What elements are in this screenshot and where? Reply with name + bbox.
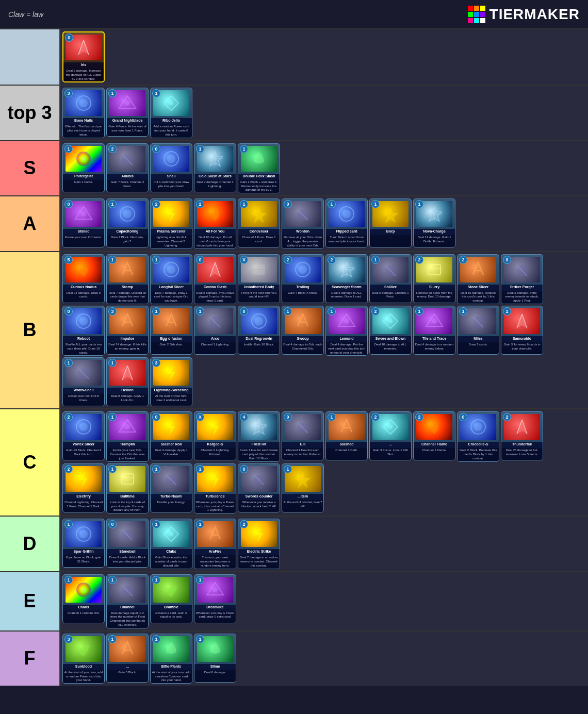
card[interactable]: 1 Borp ...	[369, 198, 412, 247]
svg-marker-24	[382, 207, 399, 223]
card-desc: Remove all Block from the enemy. Deal 10…	[414, 291, 455, 303]
card[interactable]: 2 Stone Slicer Deal 15 damage. Reduce th…	[457, 254, 499, 304]
card-desc: Gain 13 Block. Channel 1 Dark this turn.	[63, 448, 104, 460]
card[interactable]: 2 Electrify Channel Lightning. Channel 1…	[62, 463, 105, 512]
tier-label-F: F	[0, 632, 59, 686]
card[interactable]: 1 Bulltime Look at the top 4 cards of yo…	[106, 463, 149, 513]
svg-point-29	[167, 265, 175, 274]
tier-cards-B: 5 Curious Nodus Deal 24 damage. Draw 9 c…	[59, 252, 588, 409]
card[interactable]: 1 Spar-Griffin If you have no Block, gai…	[62, 519, 105, 568]
card[interactable]: 2 Trolling Gain 7 Block X times.	[282, 254, 324, 303]
svg-point-11	[167, 155, 175, 163]
card[interactable]: 1 Turbulence Whenever you play a Power c…	[194, 463, 236, 513]
card-cost: 1	[328, 307, 336, 316]
card[interactable]: 0 Wonton Remove all your Orbs. Gain 4...…	[282, 198, 324, 248]
card-name: Stomp	[107, 285, 148, 291]
card[interactable]: 2 Plasma Sorcerer Lightning now hits ALL…	[150, 198, 192, 248]
card[interactable]: 2 Anubis Gain 7 Block. Channel 2 Frost.	[106, 143, 149, 192]
card[interactable]: 0 Stoneball Draw 3 cards. Add a Block in…	[106, 519, 149, 568]
card[interactable]: 1 Ribo-Jello Add a random Power card int…	[150, 88, 192, 138]
card-name: Tile and Trace	[414, 336, 455, 342]
card[interactable]: 0 Slasher Roll Deal 3 damage. Apply 1 Vu…	[150, 411, 192, 460]
card[interactable]: 5 Curious Nodus Deal 24 damage. Draw 9 c…	[62, 254, 105, 303]
card[interactable]: 1 Tile and Trace Deal 4 damage to a rand…	[413, 306, 455, 355]
card[interactable]: 1 ... Gain 5 Block.	[106, 634, 149, 683]
card[interactable]: 1 Double Helix Slash Gain 1 Block + and …	[238, 143, 280, 193]
card-name: Capacitoring	[107, 229, 148, 235]
svg-rect-40	[428, 264, 440, 275]
card-name: Frost Hit	[238, 442, 280, 448]
card[interactable]: 2 Swore and Blown Deal 10 damage to ALL …	[369, 306, 412, 355]
card-cost: 1	[108, 635, 117, 643]
card[interactable]: 1 Grand Nightblade Gain 4 Force. At the …	[106, 88, 149, 137]
card[interactable]: 2 Thunderfall Deal 28 damage to ALL enem…	[501, 411, 543, 460]
card[interactable]: 2 Vortex Slicer Gain 13 Block. Channel 1…	[62, 411, 105, 460]
card[interactable]: 2 Scavenger Storm Deal 6 damage to ALL e…	[325, 254, 368, 303]
card[interactable]: 1 AraFire This turn, your next encounter…	[194, 519, 236, 569]
card[interactable]: 1 Hellion Deal 8 damage. Apply 1 Lock-On…	[106, 357, 149, 406]
card-cost: 1	[240, 145, 248, 153]
card-name: Turbulence	[194, 494, 236, 500]
card[interactable]: 1 Condenser Channel 1 Frost. Draw 1 card…	[238, 198, 280, 247]
card[interactable]: 2 All For You Deal 10 damage. Put all ov…	[194, 198, 236, 248]
card[interactable]: 1 Lemund Deal 4 damage. Put the next car…	[325, 306, 368, 356]
card[interactable]: 1 Swoop Deal 4 damage to Orb. each Chann…	[282, 306, 324, 355]
card[interactable]: 1 Bramble Exhaust a card. Gain X equal t…	[150, 574, 192, 623]
card[interactable]: X Unbothered Body Prevent the next time …	[238, 254, 280, 303]
card[interactable]: 1 Channel Deal damage equal to 2 times t…	[106, 574, 149, 628]
card[interactable]: 0 Stalled Evoke your next Orb twice.	[62, 198, 105, 247]
card-desc: Deal 6 damage to ALL enemies. Draw 1 car…	[326, 291, 367, 303]
header: Claw = law TiERMAKER	[0, 0, 588, 28]
card[interactable]: 0 Iris Deal 3 damage. Increase the damag…	[62, 31, 105, 82]
card[interactable]: 2 Slurry Remove all Block from the enemy…	[413, 254, 455, 303]
card[interactable]: X Karged-S Channel X Lightning. Exhaust.	[194, 411, 236, 460]
card[interactable]: 1 ...item At the end of combat, heal 7 H…	[282, 463, 324, 512]
card[interactable]: 1 Dreamlike Whenever you play a Power ca…	[194, 574, 236, 623]
card[interactable]: 1 Chaos Channel 1 random Orb.	[62, 574, 105, 623]
tier-row-B: B 5 Curious Nodus Deal 24 damage. Draw 9…	[0, 251, 588, 409]
card[interactable]: 3 Impulse Deal 24 damage. If this kills …	[106, 306, 149, 355]
card[interactable]: 1 Egg-o-fusion Gain 2 Orb slots.	[150, 306, 192, 355]
card[interactable]: 3 Lightning-Sorcering At the start of yo…	[150, 357, 192, 406]
card[interactable]: 1 Bifle-Plants At the start of your turn…	[150, 634, 192, 684]
card[interactable]: 0 Swords counter Whenever you receive a …	[238, 463, 280, 512]
card-cost: 1	[196, 520, 204, 528]
card[interactable]: 2 ... Gain 3 Focus. Lose 1 Orb Slot.	[369, 411, 412, 460]
card[interactable]: 1 Nova-Charge Deal 11 damage. Gain 1 Bot…	[413, 198, 455, 247]
card[interactable]: 0 Reboot Shuffle ALL your cards into you…	[62, 306, 105, 356]
card[interactable]: 1 Longfall Slicer Deal 7 damage. Draw 1 …	[150, 254, 192, 304]
card[interactable]: 3 Sunblood At the start of your turn, ad…	[62, 634, 105, 684]
card-cost: 2	[64, 465, 73, 473]
card[interactable]: 0 Combo Slash Deal 5 damage. If you have…	[194, 254, 236, 304]
card[interactable]: 1 Flipped card Turn: Return a card from …	[325, 198, 368, 247]
card[interactable]: 1 Slashed Channel 1 Dark.	[325, 411, 368, 460]
card[interactable]: 1 Samuraido Gain X for every 6 cards in …	[501, 306, 543, 355]
card[interactable]: 1 Capacitoring Gain 7 Block. Next turn, …	[106, 198, 149, 247]
card[interactable]: 1 Miles Draw 3 cards.	[457, 306, 499, 355]
card[interactable]: 1 Wrath-Shell Evoke your next Orb 8 time…	[62, 357, 105, 406]
card[interactable]: 1 Slime Deal 6 damage.	[194, 634, 236, 683]
card[interactable]: 1 Poltergeist Gain 1 Force.	[62, 143, 105, 192]
card[interactable]: 0 Snail Put 1 card from your draw pile i…	[150, 143, 192, 192]
card[interactable]: 0 Striker Purger Deal 3 damage. If the e…	[501, 254, 543, 304]
card[interactable]: 0 Dual Regroovin Instills: Gain 10 Block…	[238, 306, 280, 355]
card-desc: ...	[370, 235, 411, 247]
card[interactable]: 0 Eill Channel 1 Deal for each enemy in …	[282, 411, 324, 460]
card[interactable]: 1 Shilliez Deal 6 damage. Channel 1 Fros…	[369, 254, 412, 303]
card-desc: Instills: Gain 10 Block.	[238, 342, 280, 354]
card[interactable]: 2 Electric Strike Deal 7 damage to a ran…	[238, 519, 280, 569]
card[interactable]: 1 Turbo-Naami Double your Energy.	[150, 463, 192, 512]
tier-label-B: B	[0, 252, 59, 409]
svg-point-45	[79, 317, 88, 325]
card-desc: At the start of your turn, add a random …	[63, 670, 104, 683]
card[interactable]: 0 Crocodile-S Gain X Block. Because this…	[457, 411, 499, 461]
card-name: Turbo-Naami	[151, 494, 192, 500]
card[interactable]: 2 Channel Flame Channel 1 Flame.	[413, 411, 455, 460]
card[interactable]: 1 Arco Channel 1 Lightning.	[194, 306, 236, 355]
card[interactable]: 1 Tramplin Evoke your next Orb. Counter …	[106, 411, 149, 461]
card[interactable]: 4 Frost Hit Costs 1 less for each Power …	[238, 411, 280, 461]
card[interactable]: 3 Bone Nails Offered... The first card y…	[62, 88, 105, 138]
card[interactable]: 1 Clubs Gain Block equal to the number o…	[150, 519, 192, 569]
card[interactable]: 1 Cold Slash at Stars Deal 7 damage. Cha…	[194, 143, 236, 192]
card[interactable]: 1 Stomp Deal 7 damage. Discard all cards…	[106, 254, 149, 304]
